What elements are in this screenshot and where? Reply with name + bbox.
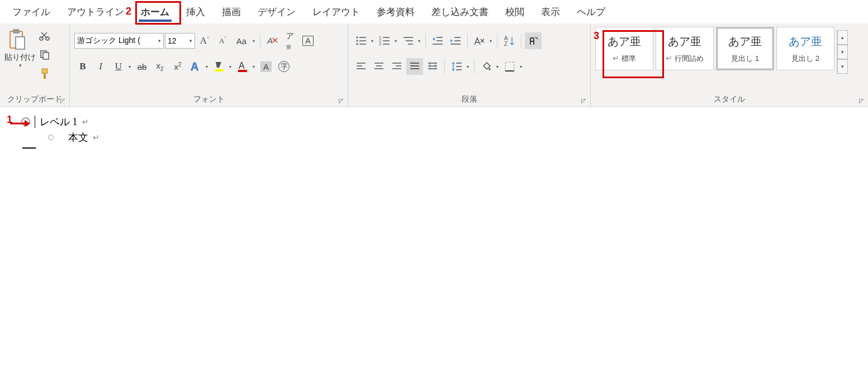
style-heading2[interactable]: あア亜 見出し 2 bbox=[776, 27, 834, 70]
borders-button[interactable]: ▾ bbox=[501, 58, 524, 75]
svg-rect-1 bbox=[13, 29, 20, 34]
paste-label: 貼り付け bbox=[4, 53, 36, 63]
clear-formatting-button[interactable]: A bbox=[264, 32, 281, 49]
paste-button[interactable]: 貼り付け ▾ bbox=[4, 28, 36, 68]
font-launcher[interactable]: ◸ bbox=[336, 96, 345, 105]
align-center-button[interactable] bbox=[371, 58, 387, 75]
ribbon-tabs: ファイル アウトライン ホーム 挿入 描画 デザイン レイアウト 参考資料 差し… bbox=[0, 0, 868, 23]
tab-design[interactable]: デザイン bbox=[250, 1, 303, 23]
align-right-icon bbox=[391, 61, 402, 72]
italic-button[interactable]: I bbox=[92, 58, 109, 75]
return-mark-icon: ↵ bbox=[82, 117, 89, 127]
styles-launcher[interactable]: ◸ bbox=[857, 96, 866, 105]
align-left-icon bbox=[355, 61, 367, 72]
svg-point-16 bbox=[357, 40, 358, 42]
numbering-button[interactable]: 123 ▾ bbox=[376, 32, 399, 49]
text-effects-button[interactable]: A ▾ bbox=[187, 58, 210, 75]
ribbon: 貼り付け ▾ クリップボード ◸ bbox=[0, 23, 868, 107]
svg-rect-8 bbox=[44, 73, 46, 79]
multilevel-list-button[interactable]: ▾ bbox=[400, 32, 422, 49]
copy-button[interactable] bbox=[38, 48, 51, 61]
superscript-button[interactable]: x2 bbox=[169, 58, 186, 75]
grow-font-button[interactable]: A^ bbox=[196, 32, 213, 49]
svg-rect-13 bbox=[238, 70, 247, 72]
char-shading-button[interactable]: A bbox=[258, 58, 274, 75]
decrease-indent-button[interactable] bbox=[429, 32, 446, 49]
document-area[interactable]: レベル 1↵ 本文↵ bbox=[0, 107, 868, 152]
subscript-button[interactable]: x2 bbox=[151, 58, 168, 75]
underline-button[interactable]: U▾ bbox=[110, 58, 132, 75]
asian-layout-icon bbox=[473, 35, 486, 47]
style-name-h2: 見出し 2 bbox=[791, 54, 819, 64]
tab-mailings[interactable]: 差し込み文書 bbox=[424, 1, 496, 23]
paragraph-launcher[interactable]: ◸ bbox=[579, 96, 588, 105]
align-left-button[interactable] bbox=[353, 58, 369, 75]
svg-text:A: A bbox=[239, 61, 245, 70]
highlight-button[interactable]: ▾ bbox=[211, 58, 233, 75]
tab-view[interactable]: 表示 bbox=[533, 1, 568, 23]
svg-text:A: A bbox=[267, 36, 273, 45]
clipboard-paste-icon bbox=[4, 28, 27, 53]
font-size-combo[interactable]: 12 ▾ bbox=[165, 33, 195, 49]
outline-body-text: 本文 bbox=[68, 131, 88, 144]
svg-text:A: A bbox=[191, 60, 198, 73]
clipboard-launcher[interactable]: ◸ bbox=[58, 96, 67, 105]
style-more-button[interactable]: ▾ bbox=[837, 59, 848, 74]
shading-button[interactable]: ▾ bbox=[478, 58, 500, 75]
style-preview-text: あア亜 bbox=[789, 34, 822, 49]
style-scroll-up[interactable]: ▴ bbox=[837, 30, 848, 45]
cut-button[interactable] bbox=[38, 29, 51, 42]
tab-outline[interactable]: アウトライン bbox=[59, 1, 132, 23]
tab-insert[interactable]: 挿入 bbox=[178, 1, 213, 23]
bullets-button[interactable]: ▾ bbox=[353, 32, 375, 49]
tab-reference[interactable]: 参考資料 bbox=[369, 1, 423, 23]
show-marks-button[interactable] bbox=[525, 32, 542, 49]
align-center-icon bbox=[373, 61, 385, 72]
shrink-font-button[interactable]: Aˇ bbox=[214, 32, 231, 49]
group-font: 游ゴシック Light ( ▾ 12 ▾ A^ Aˇ Aa▾ A ア亜 A B bbox=[70, 23, 348, 107]
enclose-char-button[interactable]: 字 bbox=[276, 58, 292, 75]
style-scroll-down[interactable]: ▾ bbox=[837, 45, 848, 59]
chevron-down-icon: ▾ bbox=[189, 38, 192, 44]
style-nospacing[interactable]: あア亜 ↵ 行間詰め bbox=[656, 27, 714, 70]
group-paragraph: ▾ 123 ▾ ▾ ▾ A bbox=[348, 23, 591, 107]
tab-layout[interactable]: レイアウト bbox=[305, 1, 368, 23]
text-cursor bbox=[35, 116, 35, 128]
outdent-icon bbox=[431, 35, 444, 47]
svg-point-14 bbox=[357, 37, 358, 39]
format-painter-button[interactable] bbox=[38, 67, 51, 80]
tab-review[interactable]: 校閲 bbox=[497, 1, 532, 23]
style-preview-text: あア亜 bbox=[728, 34, 762, 49]
asian-layout-button[interactable]: ▾ bbox=[471, 32, 494, 49]
bold-button[interactable]: B bbox=[74, 58, 91, 75]
chevron-down-icon: ▾ bbox=[158, 38, 161, 44]
tab-home[interactable]: ホーム bbox=[133, 1, 177, 23]
indent-icon bbox=[449, 35, 462, 47]
style-heading1[interactable]: あア亜 見出し 1 bbox=[716, 27, 774, 70]
svg-rect-6 bbox=[43, 53, 49, 59]
group-label-font: フォント bbox=[193, 94, 225, 104]
outline-expand-icon[interactable] bbox=[21, 117, 30, 126]
sort-button[interactable]: AZ bbox=[501, 32, 518, 49]
line-spacing-icon bbox=[450, 60, 463, 73]
font-name-combo[interactable]: 游ゴシック Light ( ▾ bbox=[74, 33, 164, 49]
font-color-button[interactable]: A ▾ bbox=[234, 58, 257, 75]
align-distribute-button[interactable] bbox=[424, 58, 441, 75]
svg-point-4 bbox=[46, 37, 49, 40]
increase-indent-button[interactable] bbox=[447, 32, 464, 49]
char-border-button[interactable]: A bbox=[300, 32, 316, 49]
align-right-button[interactable] bbox=[388, 58, 405, 75]
phonetic-guide-button[interactable]: ア亜 bbox=[282, 32, 298, 49]
tab-help[interactable]: ヘルプ bbox=[569, 1, 613, 23]
line-spacing-button[interactable]: ▾ bbox=[448, 58, 471, 75]
tab-file[interactable]: ファイル bbox=[4, 1, 58, 23]
change-case-button[interactable]: Aa▾ bbox=[232, 32, 257, 49]
align-justify-button[interactable] bbox=[406, 58, 423, 75]
style-normal[interactable]: あア亜 ↵ 標準 bbox=[595, 27, 653, 70]
group-styles: あア亜 ↵ 標準 あア亜 ↵ 行間詰め あア亜 見出し 1 あア亜 見出し 2 … bbox=[591, 23, 868, 107]
group-label-styles: スタイル bbox=[714, 94, 745, 104]
text-effects-icon: A bbox=[189, 60, 202, 73]
strikethrough-button[interactable]: ab bbox=[134, 58, 150, 75]
tab-draw[interactable]: 描画 bbox=[214, 1, 249, 23]
sort-icon: AZ bbox=[503, 35, 515, 47]
